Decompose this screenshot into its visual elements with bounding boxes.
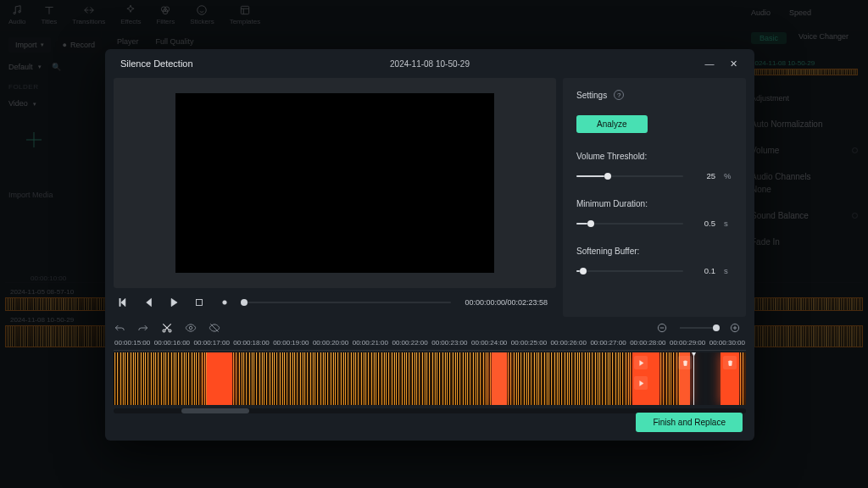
playhead[interactable] [693,352,694,405]
svg-rect-8 [197,300,203,306]
play-segment-icon[interactable] [634,376,648,390]
settings-label: Settings [576,91,607,100]
delete-segment-icon[interactable] [723,356,737,369]
undo-icon[interactable] [114,322,125,334]
prev-frame-icon[interactable] [117,297,129,308]
cut-icon[interactable] [161,322,173,334]
preview-video [175,93,494,273]
zoom-out-icon[interactable] [656,322,668,334]
silence-segment[interactable] [680,352,690,405]
zoom-in-icon[interactable] [729,322,741,334]
preview-toggle-icon[interactable] [185,322,197,334]
svg-point-9 [223,301,227,305]
silence-segment[interactable] [207,352,232,405]
minimum-duration-label: Minimum Duration: [576,199,732,208]
softening-buffer-label: Softening Buffer: [576,247,732,256]
play-segment-icon[interactable] [634,356,648,369]
silence-segment[interactable] [492,352,507,405]
silence-detection-modal: Silence Detection 2024-11-08 10-50-29 — … [105,49,754,441]
stop-icon[interactable] [193,297,205,308]
silence-segment[interactable] [632,352,659,405]
help-icon[interactable]: ? [614,90,624,100]
svg-point-12 [189,326,192,330]
softening-buffer-slider[interactable] [576,270,683,272]
timeline-ruler[interactable]: 00:00:15:0000:00:16:0000:00:17:0000:00:1… [114,339,746,351]
redo-icon[interactable] [137,322,149,334]
record-icon[interactable] [219,297,231,308]
volume-threshold-label: Volume Threshold: [576,152,732,161]
play-icon[interactable] [168,297,180,308]
delete-segment-icon[interactable] [678,356,692,369]
volume-threshold-slider[interactable] [576,175,683,177]
silence-segment[interactable] [721,352,739,405]
waveform-track[interactable] [114,352,746,405]
modal-subtitle: 2024-11-08 10-50-29 [390,59,470,69]
svg-rect-7 [120,298,120,306]
preview-area [114,78,556,288]
minimize-icon[interactable]: — [704,58,715,69]
player-controls: 00:00:00:00/00:02:23:58 [114,288,556,317]
close-icon[interactable]: ✕ [727,58,739,69]
modal-title: Silence Detection [120,58,193,69]
svg-point-10 [163,330,165,332]
step-back-icon[interactable] [142,297,154,308]
analyze-button[interactable]: Analyze [576,115,648,133]
hide-icon[interactable] [209,322,220,334]
timecode: 00:00:00:00/00:02:23:58 [465,298,553,307]
svg-point-11 [169,330,171,332]
zoom-slider[interactable] [680,327,717,329]
progress-bar[interactable] [244,302,451,303]
finish-button[interactable]: Finish and Replace [636,413,743,432]
minimum-duration-slider[interactable] [576,223,683,225]
settings-panel: Settings ? Analyze Volume Threshold: 25 … [563,78,746,317]
